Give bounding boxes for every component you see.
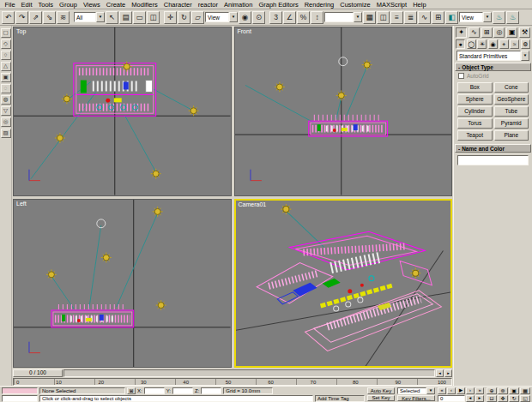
viewport-left[interactable]: Left xyxy=(13,199,232,369)
undo-icon[interactable]: ↶ xyxy=(2,11,15,24)
selection-filter-dropdown[interactable]: All ▼ xyxy=(74,12,105,22)
menu-customize[interactable]: Customize xyxy=(337,1,373,9)
layer-manager-icon[interactable]: ≣ xyxy=(404,11,417,24)
reactor-icon-5[interactable]: ▣ xyxy=(1,73,11,82)
helper-object[interactable] xyxy=(338,57,347,66)
dropdown-arrow-icon[interactable]: ▼ xyxy=(96,12,105,22)
edit-named-selection-icon[interactable]: ▦ xyxy=(363,11,376,24)
rectangular-region-icon[interactable]: ▭ xyxy=(133,11,146,24)
viewport-top-label[interactable]: Top xyxy=(16,28,26,34)
key-filters-button[interactable]: Key Filters... xyxy=(397,395,435,401)
viewport-camera-label[interactable]: Camera01 xyxy=(239,201,267,207)
button-box[interactable]: Box xyxy=(457,82,493,93)
reactor-icon-7[interactable]: ◍ xyxy=(1,95,11,105)
viewport-front-canvas[interactable] xyxy=(235,27,452,195)
subtab-shapes[interactable]: ◯ xyxy=(467,39,476,49)
button-torus[interactable]: Torus xyxy=(457,118,493,129)
menu-views[interactable]: Views xyxy=(80,1,103,9)
go-to-end-button[interactable]: » xyxy=(475,387,484,394)
subtab-cameras[interactable]: ◉ xyxy=(488,39,498,49)
menu-graph-editors[interactable]: Graph Editors xyxy=(256,1,301,9)
track-bar[interactable]: 0102030405060708090100 xyxy=(13,378,452,386)
zoom-all-icon[interactable]: ⊛ xyxy=(498,387,508,394)
curve-editor-icon[interactable]: ∿ xyxy=(418,11,431,24)
viewport-camera[interactable]: Camera01 xyxy=(234,199,453,369)
menu-reactor[interactable]: reactor xyxy=(195,1,221,9)
dropdown-arrow-icon[interactable]: ▼ xyxy=(354,12,362,22)
bind-to-spacewarp-icon[interactable]: ≋ xyxy=(57,11,70,24)
select-object-icon[interactable]: ↖ xyxy=(106,11,118,24)
name-color-rollout-header[interactable]: - Name and Color xyxy=(455,144,531,153)
maxscript-mini-listener-line[interactable] xyxy=(2,395,38,402)
reactor-icon-9[interactable]: ◎ xyxy=(1,117,11,127)
named-selection-dropdown[interactable]: ▼ xyxy=(324,12,362,22)
percent-snap-icon[interactable]: % xyxy=(297,11,310,24)
y-coordinate-field[interactable] xyxy=(172,387,193,394)
unlink-selection-icon[interactable]: ⇘ xyxy=(43,11,56,24)
rollout-collapse-icon[interactable]: - xyxy=(458,146,460,152)
autogrid-checkbox[interactable] xyxy=(458,73,464,79)
key-mode-dropdown[interactable]: Selected ▼ xyxy=(397,387,435,394)
previous-frame-button[interactable]: ‹ xyxy=(447,387,456,394)
menu-rendering[interactable]: Rendering xyxy=(301,1,337,9)
select-and-scale-icon[interactable]: ▱ xyxy=(191,11,204,24)
menu-modifiers[interactable]: Modifiers xyxy=(129,1,160,9)
viewport-top[interactable]: Top xyxy=(13,27,232,196)
min-max-toggle-icon[interactable]: ◱ xyxy=(520,395,530,402)
snap-toggle-icon[interactable]: 3 xyxy=(269,11,282,24)
subtab-lights[interactable]: ☀ xyxy=(477,39,487,49)
selection-lock-icon[interactable]: ⊠ xyxy=(127,387,136,394)
add-time-tag[interactable]: Add Time Tag xyxy=(315,395,365,402)
schematic-view-icon[interactable]: ⊞ xyxy=(432,11,444,24)
stadium-wireframe[interactable] xyxy=(51,307,134,327)
viewport-left-label[interactable]: Left xyxy=(16,201,27,207)
tab-motion[interactable]: ◎ xyxy=(493,27,505,38)
time-slider[interactable]: 0 / 100 xyxy=(13,369,63,377)
button-cylinder[interactable]: Cylinder xyxy=(457,106,493,117)
viewport-front[interactable]: Front xyxy=(234,27,453,196)
button-pyramid[interactable]: Pyramid xyxy=(494,118,529,129)
subtab-geometry[interactable]: ● xyxy=(456,39,465,49)
tab-modify[interactable]: ∿ xyxy=(469,27,480,38)
menu-edit[interactable]: Edit xyxy=(18,1,35,9)
omni-lights[interactable] xyxy=(281,204,420,279)
reactor-icon-3[interactable]: ○ xyxy=(1,51,11,60)
angle-snap-icon[interactable]: ∠ xyxy=(283,11,296,24)
tab-hierarchy[interactable]: ⊞ xyxy=(481,27,493,38)
menu-animation[interactable]: Animation xyxy=(221,1,256,9)
menu-maxscript[interactable]: MAXScript xyxy=(373,1,409,9)
reactor-icon-2[interactable]: ◇ xyxy=(1,39,11,49)
current-frame-field[interactable]: 0 xyxy=(438,395,465,402)
viewport-left-canvas[interactable] xyxy=(14,200,231,368)
frame-step-up-button[interactable]: ▸ xyxy=(475,395,484,402)
set-key-button[interactable]: Set Key xyxy=(367,395,395,402)
object-name-field[interactable] xyxy=(457,155,529,165)
previous-key-icon[interactable]: ◂ xyxy=(436,369,444,377)
reactor-icon-10[interactable]: ▨ xyxy=(1,129,11,138)
mirror-icon[interactable]: ◫ xyxy=(377,11,390,24)
next-frame-button[interactable]: › xyxy=(466,387,475,394)
reactor-icon-8[interactable]: ▽ xyxy=(1,106,11,116)
tab-create[interactable]: ✦ xyxy=(456,27,467,38)
viewport-front-label[interactable]: Front xyxy=(238,28,251,34)
select-by-name-icon[interactable]: ▤ xyxy=(119,11,132,24)
spinner-snap-icon[interactable]: ↕ xyxy=(311,11,323,24)
play-button[interactable]: ▶ xyxy=(456,387,465,394)
subtab-spacewarps[interactable]: ≈ xyxy=(510,39,519,49)
viewport-camera-canvas[interactable] xyxy=(236,201,451,367)
light-target-lines[interactable] xyxy=(31,82,194,179)
subtab-systems[interactable]: ⚙ xyxy=(521,39,530,49)
z-coordinate-field[interactable] xyxy=(201,387,221,394)
menu-help[interactable]: Help xyxy=(410,1,429,9)
menu-group[interactable]: Group xyxy=(57,1,81,9)
select-and-link-icon[interactable]: ⇗ xyxy=(29,11,42,24)
dropdown-arrow-icon[interactable]: ▼ xyxy=(229,12,238,22)
material-editor-icon[interactable]: ◧ xyxy=(445,11,458,24)
menu-file[interactable]: File xyxy=(2,1,18,9)
primitive-category-dropdown[interactable]: Standard Primitives ▼ xyxy=(456,51,529,61)
auto-key-button[interactable]: Auto Key xyxy=(367,387,395,394)
quick-render-icon[interactable]: ♨ xyxy=(506,11,519,24)
render-scene-icon[interactable]: ♨ xyxy=(493,11,505,24)
menu-tools[interactable]: Tools xyxy=(35,1,57,9)
redo-icon[interactable]: ↷ xyxy=(15,11,28,24)
